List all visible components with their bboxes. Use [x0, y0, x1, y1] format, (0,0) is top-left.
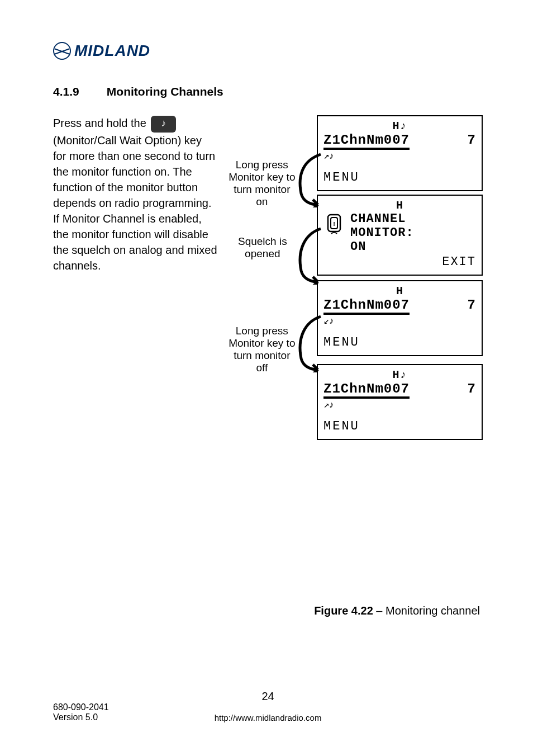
monitor-key-icon — [151, 116, 176, 133]
figure-caption: Figure 4.22 – Monitoring channel — [53, 604, 483, 617]
logo-text: MIDLAND — [74, 42, 150, 60]
screen-1: H♪ Z1ChnNm007 7 ↗♪ MENU — [317, 115, 483, 191]
label-monitor-on: Long press Monitor key to turn monitor o… — [229, 159, 296, 208]
globe-icon — [53, 42, 71, 60]
label-monitor-off: Long press Monitor key to turn monitor o… — [229, 325, 296, 374]
section-heading: 4.1.9 Monitoring Channels — [53, 85, 483, 98]
page-number: 24 — [53, 690, 483, 703]
screen1-menu: MENU — [323, 171, 476, 185]
screen3-channel: Z1ChnNm007 7 — [323, 297, 476, 315]
figure-number: Figure 4.22 — [314, 604, 373, 617]
screen2-line3: ON — [350, 240, 476, 254]
screen1-num: 7 — [468, 133, 476, 150]
doc-number: 680-090-2041 — [53, 702, 109, 712]
body-text: Press and hold the (Monitor/Call Wait Op… — [53, 115, 217, 273]
screen4-icons: ↗♪ — [323, 399, 476, 410]
content-row: Press and hold the (Monitor/Call Wait Op… — [53, 115, 483, 273]
screen2-line1: CHANNEL — [350, 212, 476, 226]
doc-version: Version 5.0 — [53, 712, 109, 722]
logo: MIDLAND — [53, 42, 483, 60]
screen1-channel: Z1ChnNm007 7 — [323, 133, 476, 150]
screen1-ch: Z1ChnNm007 — [323, 133, 410, 150]
screen3-header: H — [323, 285, 476, 297]
screen2-exit: EXIT — [323, 255, 476, 269]
screen4-header: H♪ — [323, 368, 476, 381]
svg-text:!: ! — [332, 221, 336, 228]
section-number: 4.1.9 — [53, 85, 103, 98]
screen2-header: H — [323, 199, 476, 212]
screen4-channel: Z1ChnNm007 7 — [323, 381, 476, 399]
screen4-ch: Z1ChnNm007 — [323, 381, 410, 399]
screen1-icons: ↗♪ — [323, 150, 476, 162]
footer-left: 680-090-2041 Version 5.0 — [53, 702, 109, 722]
diagram: Long press Monitor key to turn monitor o… — [223, 115, 483, 273]
screen3-icons: ↙♪ — [323, 315, 476, 327]
screen2-line2: MONITOR: — [350, 226, 476, 240]
page: MIDLAND 4.1.9 Monitoring Channels Press … — [0, 0, 533, 756]
screen-4: H♪ Z1ChnNm007 7 ↗♪ MENU — [317, 364, 483, 440]
label-squelch: Squelch is opened — [229, 235, 296, 260]
screen4-menu: MENU — [323, 419, 476, 433]
figure-title: – Monitoring channel — [373, 604, 480, 617]
screen1-header: H♪ — [323, 120, 476, 133]
screen3-ch: Z1ChnNm007 — [323, 297, 410, 315]
intro-after: (Monitor/Call Wait Option) key for more … — [53, 134, 217, 272]
screen-3: H Z1ChnNm007 7 ↙♪ MENU — [317, 280, 483, 356]
intro-before: Press and hold the — [53, 117, 149, 129]
screen3-num: 7 — [468, 297, 476, 315]
alert-icon: ! — [326, 214, 342, 235]
footer: 680-090-2041 Version 5.0 24 http://www.m… — [53, 690, 483, 722]
screen3-menu: MENU — [323, 336, 476, 349]
screen4-num: 7 — [468, 381, 476, 399]
screen-2: H ! CHANNEL MONITOR: ON EXIT — [317, 195, 483, 276]
footer-url: http://www.midlandradio.com — [53, 713, 483, 722]
section-title: Monitoring Channels — [107, 85, 223, 98]
